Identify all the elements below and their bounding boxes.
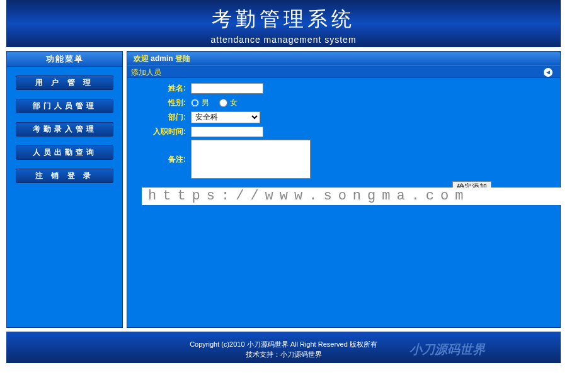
welcome-bar: 欢迎 admin 登陆: [127, 52, 560, 65]
name-input[interactable]: [191, 83, 263, 94]
watermark-brand: 小刀源码世界: [410, 341, 485, 358]
menu-logout[interactable]: 注 销 登 录: [16, 169, 113, 183]
note-textarea[interactable]: [191, 140, 311, 179]
welcome-prefix: 欢迎: [134, 54, 149, 63]
welcome-user: admin: [151, 54, 173, 63]
gender-male-label: 男: [202, 98, 209, 108]
app-header: 考勤管理系统 attendance management system: [6, 0, 561, 47]
gender-male-radio[interactable]: [191, 99, 199, 107]
menu-user-mgmt[interactable]: 用 户 管 理: [16, 76, 113, 90]
date-label: 入职时间:: [131, 126, 191, 137]
note-label: 备注:: [131, 154, 191, 165]
section-title-bar: 添加人员 ◄: [127, 65, 560, 78]
menu-dept-mgmt[interactable]: 部门人员管理: [16, 99, 113, 113]
welcome-suffix: 登陆: [175, 54, 190, 63]
menu-attendance-entry[interactable]: 考勤录入管理: [16, 122, 113, 137]
sidebar-header: 功能菜单: [7, 52, 122, 67]
watermark-url: https://www.songma.com: [142, 188, 564, 205]
dept-label: 部门:: [131, 112, 191, 123]
gender-female-label: 女: [230, 98, 238, 108]
back-icon[interactable]: ◄: [544, 68, 553, 77]
dept-select[interactable]: 安全科: [191, 111, 260, 123]
app-subtitle: attendance management system: [7, 35, 560, 45]
sidebar: 功能菜单 用 户 管 理 部门人员管理 考勤录入管理 人员出勤查询 注 销 登 …: [6, 51, 123, 328]
date-input[interactable]: [191, 126, 263, 137]
gender-female-radio[interactable]: [219, 99, 227, 107]
section-title: 添加人员: [131, 68, 161, 77]
name-label: 姓名:: [131, 83, 191, 94]
menu-attendance-query[interactable]: 人员出勤查询: [16, 145, 113, 160]
gender-label: 性别:: [131, 98, 191, 108]
form-area: 姓名: 性别: 男 女 部门: 安全科: [127, 78, 560, 196]
app-title: 考勤管理系统: [7, 6, 560, 33]
